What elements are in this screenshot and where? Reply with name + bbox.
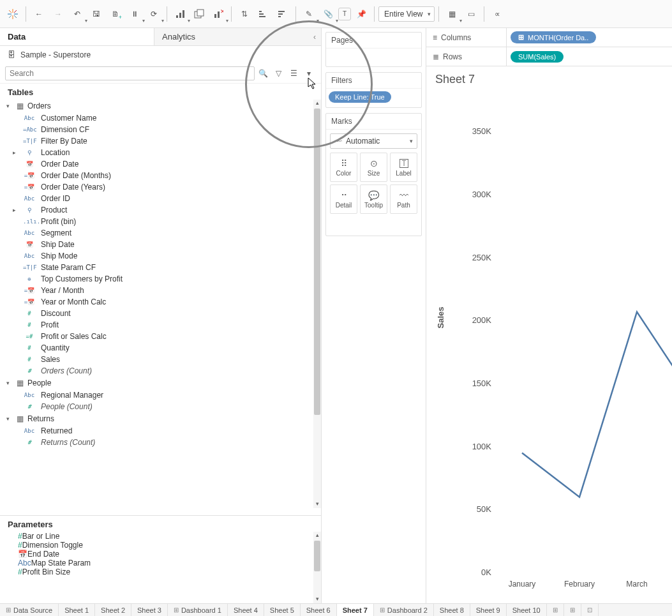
field-item[interactable]: AbcShip Mode	[0, 250, 321, 262]
field-item[interactable]: =#Profit or Sales Calc	[0, 331, 321, 342]
clear-sheet-button[interactable]: ✕	[209, 5, 227, 23]
mark-path-button[interactable]: 〰Path	[390, 184, 417, 214]
sheet-tab[interactable]: Sheet 8	[434, 604, 470, 616]
back-button[interactable]: ←	[30, 5, 48, 23]
scrollbar-thumb[interactable]	[314, 109, 320, 415]
pin-button[interactable]: 📌	[352, 5, 370, 23]
undo-button[interactable]: ↶	[68, 5, 86, 23]
table-group[interactable]: ▾▦People	[0, 377, 321, 389]
sheet-tab[interactable]: Sheet 7	[337, 604, 374, 616]
mark-color-button[interactable]: ⠿Color	[330, 153, 357, 182]
field-item[interactable]: 📅Ship Date	[0, 239, 321, 250]
rows-shelf[interactable]: ≣Rows SUM(Sales)	[426, 47, 672, 66]
new-tab-button[interactable]: ⊡	[581, 604, 599, 616]
parameter-item[interactable]: #Bar or Line	[0, 532, 321, 541]
save-button[interactable]: 🖫	[87, 5, 105, 23]
sheet-tab[interactable]: Sheet 10	[507, 604, 547, 616]
parameter-item[interactable]: #Dimension Toggle	[0, 541, 321, 550]
field-item[interactable]: #Sales	[0, 354, 321, 365]
view-list-icon[interactable]: ☰	[287, 66, 301, 80]
sheet-tab[interactable]: Sheet 3	[131, 604, 168, 616]
parameter-item[interactable]: #Profit Bin Size	[0, 567, 321, 576]
sheet-tab[interactable]: Sheet 9	[470, 604, 507, 616]
field-item[interactable]: AbcRegional Manager	[0, 389, 321, 401]
field-item[interactable]: #People (Count)	[0, 401, 321, 412]
mark-detail-button[interactable]: ⠒Detail	[330, 184, 357, 214]
field-item[interactable]: =T|FFilter By Date	[0, 135, 321, 147]
presentation-button[interactable]: ▭	[462, 5, 480, 23]
field-item[interactable]: AbcSegment	[0, 227, 321, 239]
table-group[interactable]: ▾▦Returns	[0, 412, 321, 425]
scrollbar-thumb[interactable]	[314, 541, 320, 571]
sort-asc-button[interactable]	[255, 5, 273, 23]
field-item[interactable]: AbcCustomer Name	[0, 112, 321, 124]
scroll-down-icon[interactable]: ▾	[316, 500, 319, 508]
field-item[interactable]: =T|FState Param CF	[0, 262, 321, 273]
highlight-button[interactable]: ✎	[300, 5, 318, 23]
field-item[interactable]: #Discount	[0, 308, 321, 319]
field-item[interactable]: =📅Order Date (Years)	[0, 181, 321, 193]
sheet-tab[interactable]: Sheet 5	[264, 604, 301, 616]
field-item[interactable]: ⊕Top Customers by Profit	[0, 273, 321, 285]
field-item[interactable]: #Profit	[0, 319, 321, 331]
field-item[interactable]: #Orders (Count)	[0, 365, 321, 377]
table-group[interactable]: ▾▦Orders	[0, 100, 321, 112]
data-pane-menu-button[interactable]: ▾	[302, 66, 316, 80]
sheet-tab[interactable]: ⊞Data Source	[0, 604, 59, 616]
sheet-tab[interactable]: ⊞Dashboard 2	[374, 604, 434, 616]
sheet-tab[interactable]: Sheet 1	[59, 604, 95, 616]
chart[interactable]: Sales 50K100K150K200K250K300K350K0KJanua…	[433, 94, 672, 603]
tab-data[interactable]: Data	[0, 28, 154, 46]
parameter-item[interactable]: AbcMap State Param	[0, 559, 321, 567]
show-cards-button[interactable]: ▦	[443, 5, 461, 23]
mark-tooltip-button[interactable]: 💬Tooltip	[360, 184, 387, 214]
field-item[interactable]: AbcReturned	[0, 425, 321, 437]
filter-pill[interactable]: Keep Line: True	[329, 91, 391, 103]
field-item[interactable]: AbcOrder ID	[0, 193, 321, 204]
field-item[interactable]: =📅Year or Month Calc	[0, 296, 321, 308]
parameter-item[interactable]: 📅End Date	[0, 550, 321, 559]
sort-desc-button[interactable]	[274, 5, 292, 23]
field-item[interactable]: .ılı.Profit (bin)	[0, 216, 321, 227]
tableau-logo-icon[interactable]	[4, 5, 22, 23]
find-icon[interactable]: 🔍	[256, 66, 270, 80]
mark-type-dropdown[interactable]: Automatic	[330, 133, 417, 149]
filter-icon[interactable]: ▽	[271, 66, 285, 80]
rows-pill[interactable]: SUM(Sales)	[511, 51, 564, 63]
sheet-title[interactable]: Sheet 7	[435, 73, 672, 86]
swap-button[interactable]: ⇅	[235, 5, 253, 23]
scroll-up-icon[interactable]: ▴	[316, 100, 319, 107]
field-item[interactable]: =📅Order Date (Months)	[0, 170, 321, 181]
group-button[interactable]: 📎	[319, 5, 337, 23]
sheet-tab[interactable]: Sheet 2	[95, 604, 131, 616]
new-datasource-button[interactable]: 🗎+	[107, 5, 124, 23]
columns-pill[interactable]: ⊞MONTH(Order Da..	[511, 31, 596, 43]
fit-dropdown[interactable]: Entire View	[378, 6, 435, 22]
columns-shelf[interactable]: ≡Columns ⊞MONTH(Order Da..	[426, 28, 672, 47]
mark-size-button[interactable]: ⊙Size	[360, 153, 387, 182]
mark-label-button[interactable]: 🅃Label	[390, 153, 417, 182]
sheet-tab[interactable]: Sheet 6	[301, 604, 337, 616]
scroll-up-icon[interactable]: ▴	[316, 532, 319, 539]
collapse-sidebar-button[interactable]: ‹	[308, 28, 321, 46]
filters-shelf[interactable]: Filters Keep Line: True	[325, 72, 422, 108]
field-item[interactable]: #Returns (Count)	[0, 437, 321, 448]
share-button[interactable]: ∝	[488, 5, 506, 23]
pages-shelf[interactable]: Pages	[325, 32, 422, 67]
field-item[interactable]: =AbcDimension CF	[0, 124, 321, 135]
new-tab-button[interactable]: ⊞	[564, 604, 581, 616]
field-item[interactable]: ▸⚲Product	[0, 204, 321, 216]
labels-button[interactable]: T	[338, 8, 351, 20]
scroll-down-icon[interactable]: ▾	[316, 596, 319, 603]
datasource-row[interactable]: 🗄 Sample - Superstore	[0, 46, 321, 64]
sheet-tab[interactable]: Sheet 4	[228, 604, 264, 616]
duplicate-sheet-button[interactable]	[190, 5, 208, 23]
new-worksheet-button[interactable]	[171, 5, 189, 23]
pause-updates-button[interactable]: ⏸	[126, 5, 144, 23]
field-item[interactable]: ▸⚲Location	[0, 147, 321, 158]
field-item[interactable]: 📅Order Date	[0, 158, 321, 170]
new-tab-button[interactable]: ⊞	[547, 604, 564, 616]
search-input[interactable]	[5, 66, 255, 80]
tab-analytics[interactable]: Analytics	[154, 28, 308, 46]
sheet-tab[interactable]: ⊞Dashboard 1	[168, 604, 228, 616]
